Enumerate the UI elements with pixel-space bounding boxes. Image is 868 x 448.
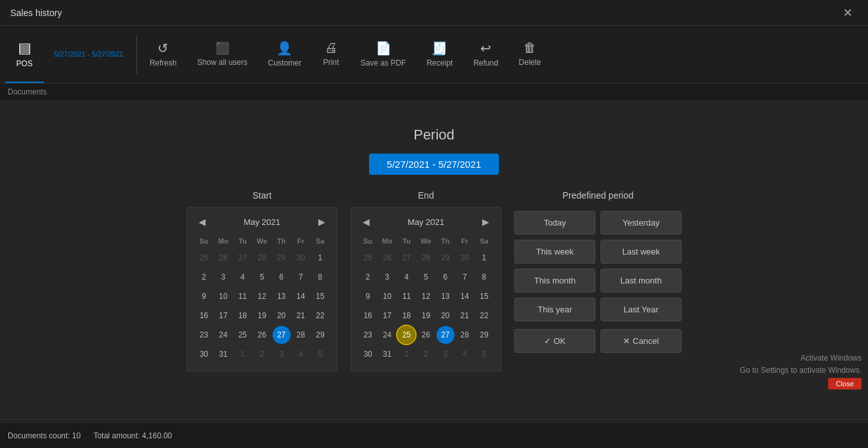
end-day[interactable]: 8 xyxy=(475,268,493,286)
end-day[interactable]: 4 xyxy=(456,345,474,363)
start-next-button[interactable]: ▶ xyxy=(314,215,329,228)
end-day[interactable]: 3 xyxy=(378,268,396,286)
end-day[interactable]: 5 xyxy=(417,268,435,286)
start-day[interactable]: 20 xyxy=(273,307,291,325)
end-day[interactable]: 5 xyxy=(475,345,493,363)
start-day[interactable]: 17 xyxy=(214,307,232,325)
start-day[interactable]: 9 xyxy=(195,287,213,305)
end-day[interactable]: 10 xyxy=(378,287,396,305)
delete-button[interactable]: 🗑 Delete xyxy=(509,26,552,83)
start-day[interactable]: 31 xyxy=(214,345,232,363)
start-day[interactable]: 5 xyxy=(253,268,271,286)
today-button[interactable]: Today xyxy=(514,211,595,235)
close-button[interactable]: ✕ xyxy=(838,3,858,22)
end-day[interactable]: 2 xyxy=(417,345,435,363)
start-day[interactable]: 6 xyxy=(273,268,291,286)
start-day-selected[interactable]: 27 xyxy=(273,326,291,344)
start-day[interactable]: 2 xyxy=(253,345,271,363)
start-day[interactable]: 8 xyxy=(311,268,329,286)
end-prev-button[interactable]: ◀ xyxy=(359,215,374,228)
end-day[interactable]: 13 xyxy=(437,287,455,305)
end-day[interactable]: 18 xyxy=(397,307,415,325)
end-day[interactable]: 25 xyxy=(359,249,377,267)
start-day[interactable]: 27 xyxy=(233,249,251,267)
start-day[interactable]: 10 xyxy=(214,287,232,305)
end-day[interactable]: 11 xyxy=(397,287,415,305)
end-day[interactable]: 16 xyxy=(359,307,377,325)
end-day[interactable]: 30 xyxy=(359,345,377,363)
customer-button[interactable]: 👤 Customer xyxy=(258,26,312,83)
end-day[interactable]: 3 xyxy=(437,345,455,363)
end-day[interactable]: 4 xyxy=(397,268,415,286)
end-day[interactable]: 29 xyxy=(437,249,455,267)
end-day[interactable]: 23 xyxy=(359,326,377,344)
this-week-button[interactable]: This week xyxy=(514,240,595,264)
receipt-button[interactable]: 🧾 Receipt xyxy=(416,26,463,83)
start-day[interactable]: 22 xyxy=(311,307,329,325)
last-month-button[interactable]: Last month xyxy=(601,269,682,292)
end-day[interactable]: 12 xyxy=(417,287,435,305)
start-day[interactable]: 25 xyxy=(195,249,213,267)
start-day[interactable]: 15 xyxy=(311,287,329,305)
start-day[interactable]: 1 xyxy=(311,249,329,267)
end-day[interactable]: 31 xyxy=(378,345,396,363)
start-day[interactable]: 23 xyxy=(195,326,213,344)
this-year-button[interactable]: This year xyxy=(514,298,595,321)
end-day[interactable]: 21 xyxy=(456,307,474,325)
start-day[interactable]: 25 xyxy=(233,326,251,344)
refund-button[interactable]: ↩ Refund xyxy=(463,26,509,83)
ok-button[interactable]: ✓ OK xyxy=(514,329,595,353)
start-day[interactable]: 1 xyxy=(233,345,251,363)
last-week-button[interactable]: Last week xyxy=(601,240,682,264)
windows-close-button[interactable]: Close xyxy=(828,378,862,390)
start-day[interactable]: 30 xyxy=(292,249,310,267)
end-day[interactable]: 28 xyxy=(456,326,474,344)
end-day[interactable]: 2 xyxy=(359,268,377,286)
start-day[interactable]: 26 xyxy=(214,249,232,267)
refresh-button[interactable]: ↺ Refresh xyxy=(140,26,187,83)
end-day[interactable]: 1 xyxy=(397,345,415,363)
start-day[interactable]: 5 xyxy=(311,345,329,363)
tab-pos[interactable]: ▤ POS xyxy=(5,26,44,83)
start-day[interactable]: 18 xyxy=(233,307,251,325)
end-next-button[interactable]: ▶ xyxy=(478,215,493,228)
start-day[interactable]: 13 xyxy=(273,287,291,305)
start-day[interactable]: 24 xyxy=(214,326,232,344)
start-day[interactable]: 19 xyxy=(253,307,271,325)
start-day[interactable]: 2 xyxy=(195,268,213,286)
end-day[interactable]: 27 xyxy=(397,249,415,267)
yesterday-button[interactable]: Yesterday xyxy=(601,211,682,235)
start-day[interactable]: 28 xyxy=(292,326,310,344)
start-day[interactable]: 16 xyxy=(195,307,213,325)
start-day[interactable]: 14 xyxy=(292,287,310,305)
end-day[interactable]: 19 xyxy=(417,307,435,325)
end-day[interactable]: 6 xyxy=(437,268,455,286)
save-as-pdf-button[interactable]: 📄 Save as PDF xyxy=(350,26,417,83)
end-day[interactable]: 28 xyxy=(417,249,435,267)
start-day[interactable]: 3 xyxy=(273,345,291,363)
last-year-button[interactable]: Last Year xyxy=(601,298,682,321)
end-day[interactable]: 24 xyxy=(378,326,396,344)
start-day[interactable]: 4 xyxy=(292,345,310,363)
end-day[interactable]: 1 xyxy=(475,249,493,267)
end-day[interactable]: 30 xyxy=(456,249,474,267)
tab-date-range[interactable]: 5/27/2021 - 5/27/2021 xyxy=(44,26,134,83)
end-day[interactable]: 29 xyxy=(475,326,493,344)
cancel-button[interactable]: ✕ Cancel xyxy=(601,329,682,353)
start-day[interactable]: 29 xyxy=(273,249,291,267)
end-day-selected[interactable]: 27 xyxy=(437,326,455,344)
end-day[interactable]: 26 xyxy=(378,249,396,267)
end-day[interactable]: 17 xyxy=(378,307,396,325)
start-day[interactable]: 28 xyxy=(253,249,271,267)
start-day[interactable]: 30 xyxy=(195,345,213,363)
start-day[interactable]: 3 xyxy=(214,268,232,286)
start-day[interactable]: 12 xyxy=(253,287,271,305)
end-day[interactable]: 14 xyxy=(456,287,474,305)
show-all-users-button[interactable]: ⬛ Show all users xyxy=(187,26,258,83)
period-range-badge[interactable]: 5/27/2021 - 5/27/2021 xyxy=(369,154,500,175)
end-day[interactable]: 22 xyxy=(475,307,493,325)
end-day[interactable]: 26 xyxy=(417,326,435,344)
start-day[interactable]: 29 xyxy=(311,326,329,344)
start-prev-button[interactable]: ◀ xyxy=(195,215,210,228)
end-day[interactable]: 15 xyxy=(475,287,493,305)
